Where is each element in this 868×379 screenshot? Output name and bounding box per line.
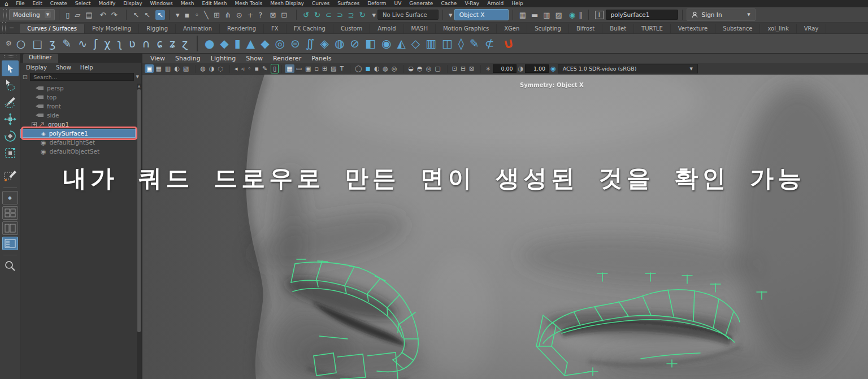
shelf-tab-substance[interactable]: Substance xyxy=(715,24,760,33)
outliner-item-top[interactable]: top xyxy=(20,93,137,102)
selection-mode-buttons[interactable]: ↖↖ xyxy=(131,11,155,19)
outliner-item-polysurface1[interactable]: ◈ polySurface1 xyxy=(20,129,136,138)
menu-select[interactable]: Select xyxy=(75,1,91,6)
menu-generate[interactable]: Generate xyxy=(409,1,433,6)
outliner-item-group1[interactable]: + group1 xyxy=(20,120,137,129)
colorspace-icon[interactable]: ◉ xyxy=(549,64,558,73)
shelf-tab-motion-graphics[interactable]: Motion Graphics xyxy=(436,24,497,33)
wireframe-button[interactable]: ◯ xyxy=(353,64,363,73)
scroll-up-icon[interactable]: ▲ xyxy=(137,84,141,88)
vp-menu-shading[interactable]: Shading xyxy=(175,55,201,62)
shelf-tab-xol-link[interactable]: xol_link xyxy=(760,24,796,33)
menu-create[interactable]: Create xyxy=(50,1,67,6)
shelf-tab-poly-modeling[interactable]: Poly Modeling xyxy=(85,24,139,33)
menu-mesh[interactable]: Mesh xyxy=(181,1,194,6)
select-by-component-button[interactable]: ↖ xyxy=(155,10,165,20)
shelf-tab-bifrost[interactable]: Bifrost xyxy=(569,24,602,33)
shelf-tab-xgen[interactable]: XGen xyxy=(497,24,527,33)
layout-active-button[interactable]: ▦ xyxy=(285,64,294,73)
outliner-menu-help[interactable]: Help xyxy=(80,64,93,71)
status-drag-handle[interactable] xyxy=(3,9,7,20)
outliner-item-front[interactable]: front xyxy=(20,102,137,111)
menu-cache[interactable]: Cache xyxy=(441,1,457,6)
vp-menu-renderer[interactable]: Renderer xyxy=(273,55,301,62)
last-tool-quad-draw[interactable] xyxy=(2,168,19,184)
colorspace-dropdown[interactable]: ACES 1.0 SDR-video (sRGB) ▼ xyxy=(558,64,698,73)
outliner-item-defaultlightset[interactable]: ◉ defaultLightSet xyxy=(20,138,137,147)
menu-modify[interactable]: Modify xyxy=(99,1,116,6)
shelf-tab-rendering[interactable]: Rendering xyxy=(220,24,264,33)
layout-single-pane-button[interactable]: ◆ xyxy=(2,191,18,204)
symmetry-mode-field[interactable]: Object X xyxy=(454,9,509,20)
scale-tool[interactable] xyxy=(2,145,19,161)
file-buttons[interactable]: ▯▱▤ xyxy=(63,11,97,19)
texture-buttons[interactable]: ◒◓◎▢ xyxy=(406,65,444,72)
lasso-tool[interactable] xyxy=(2,77,19,93)
menu-mesh-display[interactable]: Mesh Display xyxy=(270,1,304,6)
menu-display[interactable]: Display xyxy=(123,1,142,6)
history-dropdown-icon[interactable]: ▾ xyxy=(371,10,378,20)
lock-buttons[interactable]: ⊠⊡ xyxy=(267,11,292,19)
active-tool-button[interactable]: ▯ xyxy=(271,64,279,73)
zoom-tool[interactable] xyxy=(2,258,19,274)
outliner-search-input[interactable] xyxy=(30,73,133,81)
shelf-tab-bullet[interactable]: Bullet xyxy=(602,24,634,33)
render-buttons[interactable]: ▦▬▥▨ xyxy=(517,11,567,19)
shaded-mode-button[interactable]: ◼ xyxy=(364,64,372,73)
exposure-icon[interactable]: ∗ xyxy=(484,64,492,73)
live-surface-field[interactable]: No Live Surface xyxy=(377,10,439,20)
shelf-gear-icon[interactable]: ⚙ xyxy=(6,40,12,47)
lighting-buttons[interactable]: ◍◑◌ xyxy=(198,65,227,72)
pause-icon[interactable]: ∥ xyxy=(577,10,584,20)
menu-windows[interactable]: Windows xyxy=(150,1,173,6)
menu-mesh-tools[interactable]: Mesh Tools xyxy=(235,1,262,6)
symmetry-dropdown-icon[interactable]: ▾ xyxy=(447,10,454,20)
shelf-tab-fx-caching[interactable]: FX Caching xyxy=(287,24,333,33)
shelf-tab-mash[interactable]: MASH xyxy=(404,24,436,33)
shelf-minimize-button[interactable]: − xyxy=(9,24,14,32)
vp-menu-show[interactable]: Show xyxy=(246,55,263,62)
exposure-input[interactable] xyxy=(493,64,517,73)
expand-icon[interactable]: + xyxy=(32,122,37,127)
shelf-drag-handle[interactable] xyxy=(2,22,6,33)
shelf-tab-animation[interactable]: Animation xyxy=(176,24,220,33)
shelf-tab-vertexture[interactable]: Vertexture xyxy=(671,24,715,33)
menu-edit-mesh[interactable]: Edit Mesh xyxy=(202,1,227,6)
render-ball-icon[interactable]: ◉ xyxy=(567,10,577,20)
menu-vray[interactable]: V-Ray xyxy=(465,1,479,6)
scrollbar-thumb[interactable] xyxy=(137,89,141,332)
outliner-item-defaultobjectset[interactable]: ◉ defaultObjectSet xyxy=(20,147,137,156)
layout-four-pane-button[interactable] xyxy=(2,206,18,220)
shelf-tab-arnold[interactable]: Arnold xyxy=(370,24,403,33)
vp-menu-view[interactable]: View xyxy=(150,55,165,62)
select-tool[interactable] xyxy=(2,60,19,76)
menu-uv[interactable]: UV xyxy=(394,1,402,6)
outliner-tab[interactable]: Outliner xyxy=(23,54,58,63)
display-mode-buttons[interactable]: ▦▥◐▧ xyxy=(154,65,192,72)
snap-buttons[interactable]: ▾▪◦╲⊞⋔⊙+? xyxy=(173,11,267,19)
menu-deform[interactable]: Deform xyxy=(367,1,386,6)
shelf-tab-sculpting[interactable]: Sculpting xyxy=(527,24,569,33)
menu-edit[interactable]: Edit xyxy=(32,1,42,6)
layout-two-pane-button[interactable] xyxy=(2,221,18,235)
paint-select-tool[interactable] xyxy=(2,94,19,110)
move-tool[interactable] xyxy=(2,111,19,127)
layout-outliner-persp-button[interactable] xyxy=(2,237,18,250)
menu-file[interactable]: File xyxy=(16,1,24,6)
outliner-scrollbar[interactable]: ▲ xyxy=(137,84,141,379)
layout-buttons[interactable]: ▭▣▫⊞▨T xyxy=(294,65,348,72)
outliner-menu-show[interactable]: Show xyxy=(56,64,71,71)
vp-menu-lighting[interactable]: Lighting xyxy=(211,55,236,62)
menu-surfaces[interactable]: Surfaces xyxy=(337,1,359,6)
camera-attr-buttons[interactable]: ◂◃◦▪✎ xyxy=(233,65,271,72)
sign-in-button[interactable]: Sign In ▼ xyxy=(687,8,756,21)
home-icon[interactable]: ⌂ xyxy=(5,1,8,7)
rotate-tool[interactable] xyxy=(2,128,19,144)
menu-help[interactable]: Help xyxy=(511,1,523,6)
chevron-down-icon[interactable]: ▼ xyxy=(136,75,139,79)
shading-buttons[interactable]: ◐◍◎ xyxy=(372,65,401,72)
gamma-input[interactable] xyxy=(525,64,549,73)
outliner-item-persp[interactable]: persp xyxy=(20,84,137,93)
plugin-shelf-icon[interactable]: ∪ xyxy=(502,34,516,52)
gamma-icon[interactable]: ◑ xyxy=(517,64,526,73)
